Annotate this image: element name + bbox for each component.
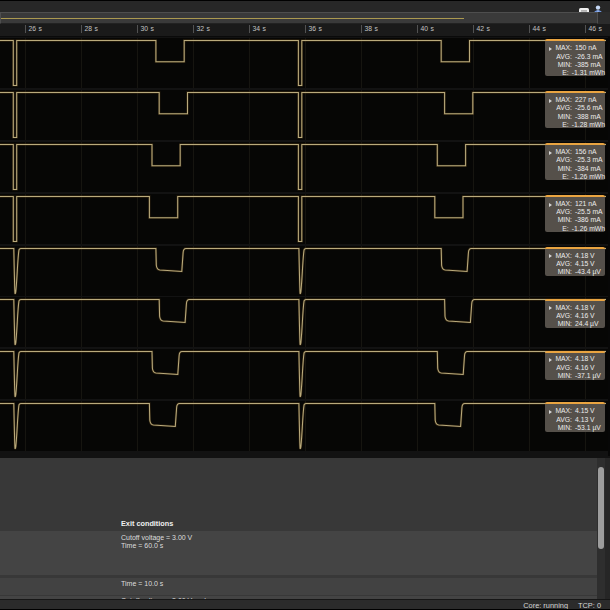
stats-line: AVG:4.13 V [545,416,605,424]
stats-marker-icon [549,151,552,155]
stats-label: AVG: [545,208,572,216]
stats-line: MAX:4.18 V [545,355,605,363]
stats-value: -384 mA [575,165,601,173]
stats-value: 4.18 V [575,304,595,312]
stats-marker-icon [549,203,552,207]
stats-line: AVG:4.16 V [545,312,605,320]
user-icon[interactable] [592,1,604,11]
waveform-strip-current-1[interactable]: MAX:150 nAAVG:-26.3 mAMIN:-385 mAE:-1.31… [0,38,610,88]
stats-marker-icon [549,306,552,310]
tick-label: 30 s [140,25,154,32]
channel-stats-box[interactable]: MAX:4.18 VAVG:4.16 VMIN:-37.1 µV [545,351,605,380]
stats-value: -1.26 mWh [572,173,605,181]
stats-line: AVG:-25.3 mA [545,156,605,164]
stats-line: MIN:-384 mA [545,165,605,173]
channel-stats-box[interactable]: MAX:227 nAAVG:-25.6 mAMIN:-388 mAE:-1.28… [545,91,605,128]
stats-line: AVG:-26.3 mA [545,53,605,61]
stats-value: -37.1 µV [575,372,601,380]
stats-line: MAX:121 nA [545,200,605,208]
stats-value: 227 nA [575,96,597,104]
exit-conditions-header: Exit conditions [121,519,173,528]
stats-value: 4.18 V [575,355,595,363]
status-bar: Core: running TCP: 0 [0,599,610,609]
tick-label: 26 s [28,25,42,32]
waveform-trace [0,194,610,244]
condition-block[interactable] [0,578,597,595]
stats-line: MAX:4.18 V [545,304,605,312]
stats-label: AVG: [545,104,572,112]
stats-value: -53.1 µV [575,424,601,432]
tick-label: 36 s [308,25,322,32]
waveform-trace [0,90,610,140]
tick-label: 34 s [252,25,266,32]
stats-label: MIN: [545,165,572,173]
stats-label: AVG: [545,53,572,61]
channel-stats-box[interactable]: MAX:4.15 VAVG:4.13 VMIN:-53.1 µV [545,402,605,431]
stats-value: 4.16 V [575,364,595,372]
time-axis[interactable]: 26 s28 s30 s32 s34 s36 s38 s40 s42 s44 s… [0,24,610,37]
condition-block[interactable] [0,531,597,575]
stats-value: -1.26 mWh [572,225,605,233]
waveform-strip-voltage-1[interactable]: MAX:4.18 VAVG:4.15 VMIN:-43.4 µV [0,246,610,296]
condition-text: Cutoff voltage = 3.00 V Time = 60.0 s [121,534,192,550]
stats-marker-icon [549,254,552,258]
stats-label: MIN: [545,61,572,69]
overview-trace [1,18,464,19]
waveform-strip-current-3[interactable]: MAX:156 nAAVG:-25.3 mAMIN:-384 mAE:-1.26… [0,142,610,192]
stats-line: MAX:4.18 V [545,252,605,260]
stats-label: E: [545,69,569,77]
channel-stats-box[interactable]: MAX:4.18 VAVG:4.15 VMIN:-43.4 µV [545,247,605,276]
recording-overview-minimap[interactable] [0,12,598,24]
stats-line: MIN:-385 mA [545,61,605,69]
waveform-strip-voltage-3[interactable]: MAX:4.18 VAVG:4.16 VMIN:-37.1 µV [0,349,610,399]
channel-stats-box[interactable]: MAX:150 nAAVG:-26.3 mAMIN:-385 mAE:-1.31… [545,39,605,76]
tick-label: 38 s [364,25,378,32]
stats-value: 4.16 V [575,312,595,320]
stats-marker-icon [549,358,552,362]
stats-label: AVG: [545,156,572,164]
channel-stats-box[interactable]: MAX:121 nAAVG:-25.5 mAMIN:-386 mAE:-1.26… [545,195,605,232]
channel-stats-box[interactable]: MAX:4.18 VAVG:4.16 VMIN:24.4 µV [545,299,605,328]
stats-line: AVG:-25.6 mA [545,104,605,112]
waveform-area[interactable]: MAX:150 nAAVG:-26.3 mAMIN:-385 mAE:-1.31… [0,37,610,456]
stats-value: -43.4 µV [575,268,601,276]
stats-value: 156 nA [575,148,597,156]
stats-label: E: [545,173,569,181]
scrollbar-thumb[interactable] [598,467,604,549]
stats-value: 150 nA [575,44,597,52]
stats-line: MIN:-43.4 µV [545,268,605,276]
top-toolbar [0,0,610,12]
waveform-strip-voltage-4[interactable]: MAX:4.15 VAVG:4.13 VMIN:-53.1 µV [0,401,610,451]
tick-mark [305,25,306,34]
stats-line: MAX:156 nA [545,148,605,156]
stats-value: -385 mA [575,61,601,69]
stats-label: AVG: [545,416,572,424]
tick-mark [81,25,82,34]
waveform-strip-voltage-2[interactable]: MAX:4.18 VAVG:4.16 VMIN:24.4 µV [0,297,610,347]
stats-label: MIN: [545,113,572,121]
stats-value: -1.31 mWh [572,69,605,77]
stats-value: 4.15 V [575,407,595,415]
channel-stats-box[interactable]: MAX:156 nAAVG:-25.3 mAMIN:-384 mAE:-1.26… [545,143,605,180]
stats-label: E: [545,121,569,129]
panel-right-spacer [605,458,610,601]
tick-label: 32 s [196,25,210,32]
stats-label: MIN: [545,216,572,224]
waveform-trace [0,297,610,347]
tick-mark [361,25,362,34]
stats-marker-icon [549,410,552,414]
stats-line: MIN:-53.1 µV [545,424,605,432]
scrollbar-track[interactable] [597,458,605,601]
stats-label: AVG: [545,312,572,320]
waveform-strip-current-4[interactable]: MAX:121 nAAVG:-25.5 mAMIN:-386 mAE:-1.26… [0,194,610,244]
stats-value: -25.6 mA [575,104,603,112]
stats-label: E: [545,225,569,233]
document-list-icon[interactable] [579,2,589,10]
stats-line: MIN:-388 mA [545,113,605,121]
waveform-trace [0,38,610,88]
waveform-strip-current-2[interactable]: MAX:227 nAAVG:-25.6 mAMIN:-388 mAE:-1.28… [0,90,610,140]
stats-value: -26.3 mA [575,53,603,61]
tick-mark [25,25,26,34]
stats-line: MIN:-37.1 µV [545,372,605,380]
tick-mark [473,25,474,34]
